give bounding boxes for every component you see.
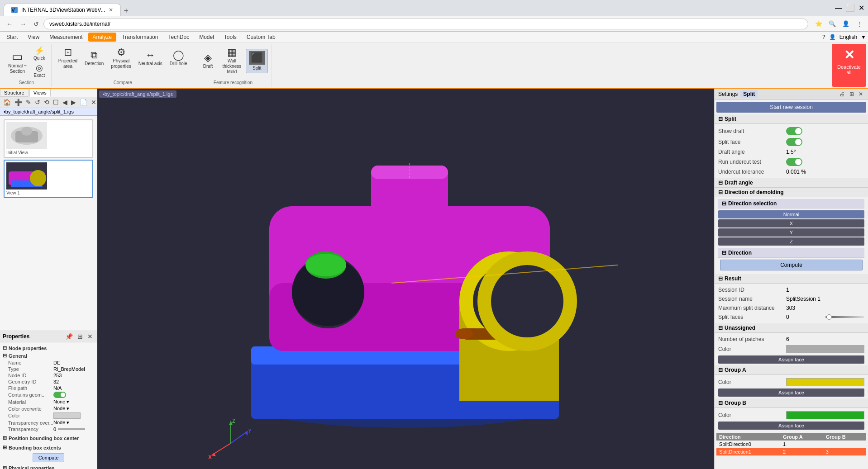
tab-structure[interactable]: Structure — [0, 89, 29, 97]
props-pin-button[interactable]: 📌 — [64, 332, 74, 341]
split-tab[interactable]: Split — [740, 90, 758, 98]
tab-views[interactable]: Views — [29, 89, 51, 97]
menu-model[interactable]: Model — [195, 33, 219, 42]
prop-trans-over-value[interactable]: Node ▾ — [53, 420, 94, 426]
compute-button[interactable]: Compute — [33, 453, 65, 462]
quick-button[interactable]: ⚡ Quick — [31, 46, 48, 62]
projected-area-button[interactable]: ⊡ Projectedarea — [56, 46, 80, 71]
normal-direction-button[interactable]: Normal — [718, 210, 864, 218]
undo-button[interactable]: ⟲ — [43, 98, 51, 107]
new-tab-button[interactable]: + — [121, 6, 131, 16]
menu-view[interactable]: View — [23, 33, 44, 42]
neutral-axis-button[interactable]: ↔ Neutral axis — [136, 48, 165, 68]
group-a-assign-face-button[interactable]: Assign face — [718, 388, 864, 397]
general-section-title[interactable]: ⊟ General — [3, 352, 94, 360]
menu-transformation[interactable]: Transformation — [117, 33, 162, 42]
direction-demolding-header[interactable]: ⊟ Direction of demolding — [715, 188, 868, 197]
props-expand-button[interactable]: ⊞ — [76, 332, 84, 341]
result-section-header[interactable]: ⊟ Result — [715, 274, 868, 284]
z-direction-button[interactable]: Z — [718, 237, 864, 246]
split-button[interactable]: ⬛ Split — [246, 49, 268, 73]
group-a-section-header[interactable]: ⊟ Group A — [715, 365, 868, 375]
y-direction-button[interactable]: Y — [718, 228, 864, 237]
split-section-header[interactable]: ⊟ Split — [715, 114, 868, 124]
menu-techdoc[interactable]: TechDoc — [163, 33, 194, 42]
menu-start[interactable]: Start — [2, 33, 22, 42]
account-icon[interactable]: 👤 — [829, 34, 836, 40]
home-button[interactable]: 🏠 — [2, 98, 12, 107]
physical-props-button[interactable]: ⚙ Physicalproperties — [108, 46, 134, 71]
export-button[interactable]: 📄 — [78, 98, 89, 107]
run-undercut-toggle[interactable] — [786, 158, 802, 166]
props-close-button[interactable]: ✕ — [86, 332, 94, 341]
expand-right-button[interactable]: ⊞ — [848, 90, 855, 98]
prop-material-value[interactable]: None ▾ — [53, 399, 94, 405]
node-props-title[interactable]: ⊟ Node properties — [3, 344, 94, 352]
detection-button[interactable]: ⧉ Detection — [82, 48, 106, 68]
menu-analyze[interactable]: Analyze — [88, 33, 117, 42]
unassigned-color-swatch[interactable] — [786, 345, 864, 353]
add-view-button[interactable]: ➕ — [13, 98, 24, 107]
exact-button[interactable]: ◎ Exact — [31, 63, 48, 79]
table-row-0[interactable]: SplitDirection0 1 — [716, 441, 866, 448]
drill-hole-button[interactable]: ◯ Drill hole — [167, 48, 190, 68]
initial-view-thumb[interactable]: Initial View — [4, 119, 93, 158]
help-icon[interactable]: ? — [822, 34, 825, 40]
group-b-color-swatch[interactable] — [786, 411, 864, 419]
refresh-button[interactable]: ↺ — [33, 98, 42, 107]
forward-button[interactable]: → — [17, 19, 29, 28]
bookmark-icon[interactable]: ⭐ — [814, 19, 824, 29]
minimize-button[interactable]: — — [835, 4, 842, 12]
back-button[interactable]: ← — [4, 19, 15, 28]
maximize-button[interactable]: ⬜ — [846, 4, 855, 12]
menu-measurement[interactable]: Measurement — [45, 33, 87, 42]
split-faces-slider[interactable] — [825, 316, 865, 318]
menu-icon[interactable]: ⋮ — [854, 19, 864, 29]
unassigned-section-header[interactable]: ⊟ Unassigned — [715, 323, 868, 333]
user-icon[interactable]: 👤 — [841, 19, 851, 29]
menu-tools[interactable]: Tools — [219, 33, 241, 42]
settings-tab[interactable]: Settings — [718, 91, 738, 97]
normal-section-button[interactable]: ▭ Normal ~Section — [5, 49, 29, 76]
trans-slider[interactable] — [58, 428, 85, 430]
show-draft-toggle[interactable] — [786, 127, 802, 135]
table-row-1[interactable]: SplitDirection1 2 3 — [716, 448, 866, 456]
language-dropdown-icon[interactable]: ▼ — [861, 34, 866, 40]
close-tab-button[interactable]: ✕ — [109, 7, 113, 13]
stop-button[interactable]: ☐ — [52, 98, 60, 107]
compute-right-button[interactable]: Compute — [720, 260, 863, 270]
reload-button[interactable]: ↺ — [31, 19, 42, 28]
bounding-section-title[interactable]: ⊞ Bounding box extents — [3, 444, 94, 451]
menu-custom-tab[interactable]: Custom Tab — [242, 33, 280, 42]
prev-button[interactable]: ◀ — [61, 98, 69, 107]
prop-color-swatch[interactable] — [53, 412, 81, 419]
close-panel-button[interactable]: ✕ — [90, 98, 98, 107]
viewport[interactable]: Z Y X •by_topic/draft_angle/split_1.igs — [97, 89, 714, 469]
draft-button[interactable]: ◈ Draft — [198, 51, 218, 71]
next-button[interactable]: ▶ — [70, 98, 77, 107]
browser-tab-active[interactable]: V INTERNAL 3DViewStation WebV... ✕ — [4, 4, 121, 16]
position-section-title[interactable]: ⊞ Position bounding box center — [3, 434, 94, 442]
close-right-button[interactable]: ✕ — [857, 90, 864, 98]
start-session-button[interactable]: Start new session — [716, 102, 866, 113]
prop-color-overwrite-value[interactable]: Node ▾ — [53, 406, 94, 412]
contains-toggle[interactable] — [53, 392, 66, 398]
group-a-color-swatch[interactable] — [786, 378, 864, 386]
group-b-section-header[interactable]: ⊟ Group B — [715, 398, 868, 408]
direction-subsection-header[interactable]: ⊟ Direction — [718, 248, 864, 258]
split-face-toggle[interactable] — [786, 138, 802, 146]
deactivate-all-button[interactable]: ✕ Deactivateall — [832, 44, 866, 87]
edit-view-button[interactable]: ✎ — [24, 98, 33, 107]
draft-angle-section-header[interactable]: ⊟ Draft angle — [715, 178, 868, 188]
direction-selection-header[interactable]: ⊟ Direction selection — [718, 199, 864, 208]
x-direction-button[interactable]: X — [718, 219, 864, 227]
search-icon[interactable]: 🔍 — [827, 19, 837, 29]
close-button[interactable]: ✕ — [858, 4, 864, 12]
print-button[interactable]: 🖨 — [838, 90, 846, 98]
physical-section-title[interactable]: ⊞ Physical properties — [3, 464, 94, 469]
view1-thumb[interactable]: View 1 — [4, 160, 93, 198]
wall-thickness-button[interactable]: ▦ WallthicknessMold — [220, 46, 244, 76]
unassigned-assign-face-button[interactable]: Assign face — [718, 355, 864, 364]
address-bar[interactable] — [43, 19, 808, 29]
group-b-assign-face-button[interactable]: Assign face — [718, 422, 864, 430]
